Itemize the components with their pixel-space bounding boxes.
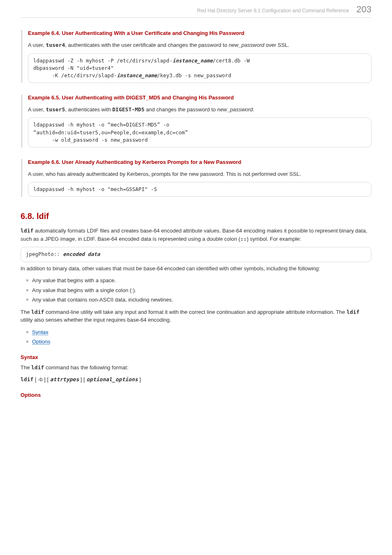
replaceable-newpw: new_password: [229, 42, 265, 48]
text: command-line utility will take any input…: [44, 309, 346, 315]
text: , authenticates with the user certificat…: [65, 42, 228, 48]
text: ]: [138, 376, 141, 382]
section-paragraph: In addition to binary data, other values…: [21, 265, 371, 273]
code-line: ldappasswd -Z -h myhost -P /etc/dirsrv/s…: [33, 58, 173, 64]
literal-dc: ::: [240, 236, 247, 242]
example-title: Example 6.6. User Already Authenticating…: [28, 159, 371, 165]
code-line: dbpassword -N "uid=tuser4": [33, 65, 114, 71]
text: command has the following format:: [44, 364, 128, 371]
text: The: [21, 309, 31, 315]
link-syntax[interactable]: Syntax: [32, 329, 48, 335]
code-line: /key3.db -s new_password: [157, 72, 231, 78]
text: .: [253, 106, 254, 113]
list-item: Any value that begins with a space.: [26, 276, 371, 285]
example-6-6: Example 6.6. User Already Authenticating…: [21, 159, 371, 197]
literal-ldif: ldif: [346, 309, 359, 315]
literal-user: tuser4: [46, 42, 65, 48]
code-block: ldappasswd -h myhost -o “mech=DIGEST-MD5…: [28, 117, 371, 147]
literal-mech: DIGEST-MD5: [112, 106, 144, 113]
example-6-5: Example 6.5. User Authenticating with DI…: [21, 94, 371, 147]
text: over SSL.: [264, 42, 289, 48]
list-item: Syntax: [26, 328, 371, 336]
section-paragraph: The ldif command-line utility will take …: [21, 308, 371, 324]
example-description: A user, tuser5, authenticates with DIGES…: [28, 106, 371, 114]
text: utility also senses whether the input re…: [21, 317, 171, 323]
replaceable: optional_options: [86, 376, 138, 382]
code-block: jpegPhoto:: encoded data: [21, 247, 371, 262]
literal-ldif: ldif: [21, 376, 33, 382]
example-6-4: Example 6.4. User Authenticating With a …: [21, 30, 371, 83]
replaceable: encoded data: [63, 251, 100, 257]
syntax-format: ldif [ -b ] [ attrtypes ] [ optional_opt…: [21, 375, 371, 384]
replaceable-newpw: new_password: [217, 106, 253, 113]
list-item: Any value that begins with a single colo…: [26, 286, 371, 295]
code-block: ldappasswd -Z -h myhost -P /etc/dirsrv/s…: [28, 53, 371, 83]
literal-ldif: ldif: [21, 228, 33, 234]
section-title-ldif: 6.8. ldif: [21, 212, 371, 221]
bullet-list: Any value that begins with a space. Any …: [21, 276, 371, 304]
text: , authenticates with: [65, 106, 112, 113]
syntax-paragraph: The ldif command has the following forma…: [21, 364, 371, 372]
literal-user: tuser5: [46, 106, 65, 113]
example-title: Example 6.4. User Authenticating With a …: [28, 30, 371, 36]
literal-ldif: ldif: [31, 364, 44, 371]
text: A user,: [28, 42, 46, 48]
example-description: A user, tuser4, authenticates with the u…: [28, 41, 371, 49]
literal-ldif: ldif: [31, 309, 44, 315]
example-title: Example 6.5. User Authenticating with DI…: [28, 94, 371, 101]
replaceable: attrtypes: [50, 376, 79, 382]
page-header: Red Hat Directory Server 8.1 Configurati…: [21, 0, 371, 18]
code-line: -K /etc/dirsrv/slapd-: [33, 72, 117, 78]
link-options[interactable]: Options: [32, 339, 51, 345]
replaceable: instance_name: [117, 72, 157, 78]
subheading-options: Options: [21, 392, 371, 398]
code-line: ldappasswd -h myhost -o "mech=GSSAPI" -S: [33, 186, 157, 192]
list-item: Options: [26, 338, 371, 346]
code-line: ldappasswd -h myhost -o “mech=DIGEST-MD5…: [33, 122, 173, 128]
text: [ -b ] [: [33, 376, 50, 382]
header-title: Red Hat Directory Server 8.1 Configurati…: [197, 8, 349, 14]
link-list: Syntax Options: [21, 328, 371, 346]
text: ] [: [79, 376, 86, 382]
code-line: “authid=dn:uid=tuser5,ou=People,dc=examp…: [33, 129, 188, 136]
page-number: 203: [356, 4, 371, 15]
text: A user,: [28, 106, 46, 113]
code-block: ldappasswd -h myhost -o "mech=GSSAPI" -S: [28, 182, 371, 197]
text: ) symbol. For example:: [247, 236, 301, 242]
replaceable: instance_name: [173, 58, 213, 64]
subheading-syntax: Syntax: [21, 354, 371, 360]
list-item: Any value that contains non-ASCII data, …: [26, 296, 371, 304]
section-paragraph: ldif automatically formats LDIF files an…: [21, 227, 371, 243]
code-line: jpegPhoto::: [26, 251, 63, 257]
example-description: A user, who has already authenticated by…: [28, 170, 371, 178]
text: automatically formats LDIF files and cre…: [21, 228, 367, 242]
text: The: [21, 364, 31, 371]
code-line: -w old_password -s new_password: [33, 137, 148, 143]
text: and changes the password to: [145, 106, 217, 113]
code-line: /cert8.db -W: [213, 58, 253, 64]
